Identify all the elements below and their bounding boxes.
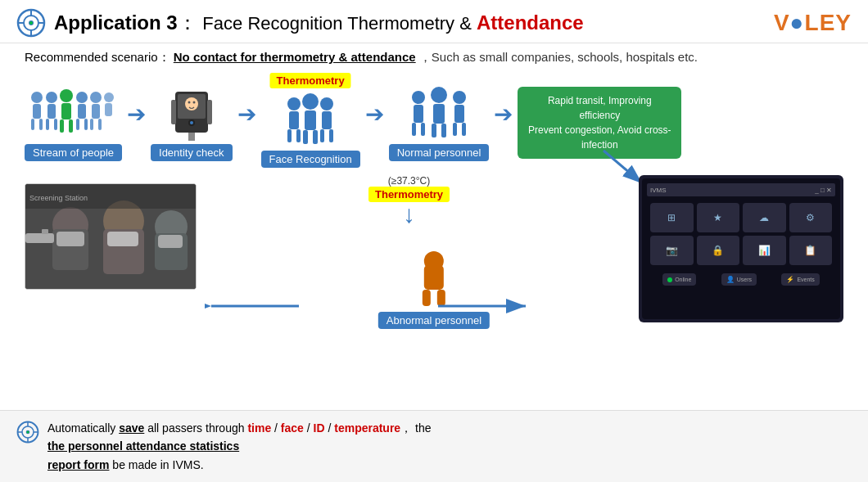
therm-condition-area: (≥37.3°C) Thermometry ↓ bbox=[368, 175, 450, 227]
arrow-to-ivms bbox=[434, 294, 532, 322]
svg-rect-62 bbox=[453, 123, 457, 136]
comma-text: ， the bbox=[400, 421, 431, 435]
middle-text: all passers through bbox=[144, 421, 247, 435]
svg-point-56 bbox=[431, 87, 447, 103]
ivms-status-1: Online bbox=[662, 273, 696, 286]
ivms-icon-6: 🔒 bbox=[697, 236, 740, 265]
ivms-status-2: 👤 Users bbox=[721, 273, 757, 286]
ivms-topbar-text: IVMS bbox=[650, 187, 667, 194]
temperature-text: temperature bbox=[334, 421, 400, 435]
report-text: report form bbox=[47, 458, 109, 471]
step3-label: Face Recognition bbox=[261, 151, 360, 168]
svg-point-24 bbox=[90, 92, 102, 103]
ivms-icon-1: ⊞ bbox=[650, 203, 694, 232]
step2-label: Identity check bbox=[151, 144, 233, 161]
ivms-icon-4: ⚙ bbox=[789, 203, 833, 232]
save-text: save bbox=[119, 421, 144, 435]
svg-rect-49 bbox=[322, 111, 332, 129]
arrow-down-1: ↓ bbox=[403, 202, 415, 227]
step4-label: Normal personnel bbox=[389, 144, 490, 161]
svg-rect-41 bbox=[289, 111, 299, 129]
id-text: ID bbox=[314, 421, 325, 435]
svg-rect-67 bbox=[424, 265, 444, 290]
ivms-topbar: IVMS _ □ ✕ bbox=[647, 183, 835, 196]
ivms-icon-8: 📋 bbox=[789, 236, 833, 265]
ivms-icon-3: ☁ bbox=[743, 203, 786, 232]
svg-rect-51 bbox=[329, 129, 333, 142]
svg-rect-26 bbox=[90, 119, 93, 130]
svg-rect-83 bbox=[158, 235, 183, 248]
identity-check-icon bbox=[159, 83, 224, 141]
svg-rect-85 bbox=[42, 229, 48, 234]
logo: V●LEY bbox=[774, 10, 852, 36]
scenario-underline: No contact for thermometry & attendance bbox=[174, 50, 416, 64]
svg-point-16 bbox=[60, 89, 73, 102]
bottom-section: Automatically save all passers through t… bbox=[0, 410, 868, 482]
colon: ： bbox=[178, 11, 197, 34]
svg-rect-9 bbox=[33, 104, 41, 119]
svg-rect-18 bbox=[60, 119, 64, 133]
svg-rect-27 bbox=[98, 119, 102, 130]
manual-reinspection-box: Screening Station Manual re-inspection bbox=[25, 183, 197, 290]
flow-step-4: Normal personnel bbox=[389, 83, 490, 161]
svg-rect-11 bbox=[39, 119, 43, 130]
svg-rect-54 bbox=[412, 123, 416, 136]
scenario-line: Recommended scenario： No contact for the… bbox=[0, 43, 868, 69]
svg-point-7 bbox=[29, 21, 33, 25]
svg-line-65 bbox=[604, 151, 642, 183]
green-line1: Rapid transit, Improving efficiency bbox=[527, 93, 671, 123]
svg-rect-25 bbox=[92, 104, 100, 119]
svg-rect-23 bbox=[84, 119, 88, 130]
ivms-led bbox=[667, 277, 672, 282]
ivms-topbar-controls: _ □ ✕ bbox=[815, 187, 832, 194]
arrow-to-manual bbox=[205, 294, 303, 322]
svg-rect-21 bbox=[78, 104, 86, 119]
ivms-bottom-row: Online 👤 Users ⚡ Events bbox=[647, 270, 835, 289]
ivms-icon-2: ★ bbox=[697, 203, 740, 232]
svg-point-52 bbox=[412, 91, 425, 104]
svg-rect-39 bbox=[207, 100, 212, 124]
svg-rect-47 bbox=[313, 130, 318, 144]
face-text: face bbox=[281, 421, 304, 435]
svg-rect-50 bbox=[320, 129, 324, 142]
svg-rect-61 bbox=[454, 105, 464, 123]
svg-rect-15 bbox=[54, 119, 57, 130]
diagram-area: Stream of people ➔ bbox=[0, 69, 868, 380]
arrow-1: ➔ bbox=[127, 101, 146, 128]
ivms-icon-5: 📷 bbox=[650, 236, 694, 265]
bottom-description: Automatically save all passers through t… bbox=[47, 419, 432, 474]
app-icon bbox=[16, 8, 46, 38]
header: Application 3： Face Recognition Thermome… bbox=[0, 0, 868, 43]
slash1: / bbox=[271, 421, 281, 435]
normal-personnel-icon bbox=[402, 83, 476, 141]
svg-point-8 bbox=[31, 92, 43, 103]
svg-point-40 bbox=[287, 97, 301, 110]
svg-rect-68 bbox=[423, 290, 431, 306]
svg-rect-22 bbox=[76, 119, 79, 130]
svg-point-35 bbox=[192, 101, 195, 104]
stats-text: the personnel attendance statistics bbox=[47, 439, 239, 453]
svg-point-20 bbox=[76, 92, 88, 103]
svg-point-28 bbox=[104, 92, 114, 102]
auto-prefix: Automatically bbox=[47, 421, 119, 435]
flow-step-3: Thermometry bbox=[261, 77, 360, 168]
ivms-inner: IVMS _ □ ✕ ⊞ ★ ☁ ⚙ 📷 🔒 📊 📋 Online 👤 bbox=[642, 178, 840, 319]
svg-rect-84 bbox=[25, 233, 54, 243]
photo-simulation: Screening Station bbox=[25, 184, 197, 290]
svg-rect-19 bbox=[69, 119, 73, 133]
svg-text:Screening Station: Screening Station bbox=[29, 194, 88, 202]
svg-point-48 bbox=[320, 97, 333, 110]
ivms-icon-7: 📊 bbox=[743, 236, 786, 265]
people-stream-icon bbox=[29, 83, 119, 141]
svg-rect-46 bbox=[303, 130, 308, 144]
svg-rect-43 bbox=[296, 129, 301, 142]
svg-rect-42 bbox=[287, 129, 292, 142]
flow-top-row: Stream of people ➔ bbox=[25, 77, 843, 168]
svg-rect-80 bbox=[107, 232, 138, 246]
step1-label: Stream of people bbox=[25, 144, 122, 161]
scenario-rest: ，Such as small companies, schools, hospi… bbox=[419, 50, 698, 64]
svg-rect-13 bbox=[47, 104, 56, 119]
svg-rect-58 bbox=[432, 124, 436, 137]
app-number: Application 3 bbox=[54, 11, 178, 34]
svg-point-12 bbox=[46, 92, 57, 103]
